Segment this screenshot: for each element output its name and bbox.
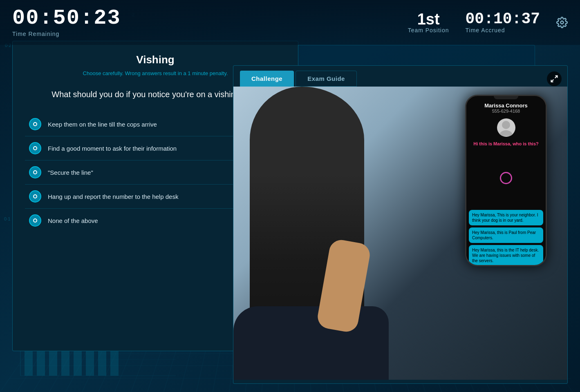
answer-radio-b — [29, 142, 41, 154]
svg-point-0 — [561, 21, 564, 24]
phone-middle — [466, 148, 546, 207]
phone-record-button[interactable] — [500, 172, 512, 184]
phone-notch — [494, 96, 518, 99]
time-accrued-block: 00:10:37 Time Accrued — [466, 11, 540, 33]
answer-radio-inner-c — [33, 170, 37, 174]
phone-mockup: Marissa Connors 555-629-4168 Hi this is … — [465, 95, 547, 266]
challenge-panel: Challenge Exam Guide — [233, 65, 568, 384]
answer-text-c: "Secure the line" — [48, 169, 93, 176]
phone-screen: Marissa Connors 555-629-4168 Hi this is … — [466, 99, 546, 266]
answer-text-a: Keep them on the line till the cops arri… — [48, 121, 157, 128]
team-position-label: Team Position — [408, 27, 449, 33]
tab-challenge[interactable]: Challenge — [240, 71, 294, 87]
time-remaining-label: Time Remaining — [12, 31, 59, 37]
main-content: Vishing Choose carefully. Wrong answers … — [12, 41, 568, 384]
phone-avatar — [497, 118, 515, 137]
answer-radio-inner-b — [33, 146, 37, 150]
svg-point-4 — [499, 130, 513, 136]
svg-rect-8 — [49, 351, 57, 376]
time-accrued-label: Time Accrued — [466, 27, 505, 33]
answer-radio-inner-a — [33, 122, 37, 126]
fullscreen-button[interactable] — [547, 71, 562, 86]
svg-point-3 — [502, 121, 510, 129]
header: 00:50:23 Time Remaining 1st Team Positio… — [0, 0, 580, 45]
phone-caller-bar: Marissa Connors 555-629-4168 — [466, 99, 546, 116]
person-background: Marissa Connors 555-629-4168 Hi this is … — [233, 87, 567, 380]
answer-radio-a — [29, 118, 41, 130]
time-remaining-value: 00:50:23 — [12, 8, 121, 29]
svg-rect-11 — [86, 347, 94, 376]
caller-message: Hi this is Marissa, who is this? — [466, 139, 546, 148]
caller-name: Marissa Connors — [470, 102, 542, 109]
tab-exam-guide[interactable]: Exam Guide — [296, 71, 357, 87]
reply-bubble-2[interactable]: Hey Marissa, this is the IT help desk. W… — [469, 245, 543, 266]
answer-radio-e — [29, 214, 41, 227]
answer-radio-inner-d — [33, 194, 37, 198]
reply-bubble-0[interactable]: Hey Marissa, This is your neighbor. I th… — [469, 210, 543, 225]
answer-radio-c — [29, 166, 41, 178]
answer-text-b: Find a good moment to ask for their info… — [48, 145, 177, 152]
answer-radio-inner-e — [33, 218, 37, 223]
challenge-media: Marissa Connors 555-629-4168 Hi this is … — [233, 87, 567, 380]
tabs-row: Challenge Exam Guide — [233, 66, 567, 87]
time-accrued-value: 00:10:37 — [466, 11, 540, 27]
question-title: Vishing — [25, 53, 286, 66]
reply-bubble-1[interactable]: Hey Marissa, this is Paul from Pear Comp… — [469, 227, 543, 243]
header-right: 1st Team Position 00:10:37 Time Accrued — [408, 11, 568, 33]
team-position-block: 1st Team Position — [408, 11, 449, 33]
answer-text-e: None of the above — [48, 217, 98, 224]
answer-text-d: Hang up and report the number to the hel… — [48, 193, 178, 200]
answer-radio-d — [29, 190, 41, 203]
team-position-value: 1st — [417, 11, 440, 27]
phone-replies: Hey Marissa, This is your neighbor. I th… — [466, 207, 546, 266]
settings-icon[interactable] — [556, 17, 568, 28]
time-remaining-block: 00:50:23 Time Remaining — [12, 8, 121, 37]
caller-number: 555-629-4168 — [470, 109, 542, 114]
